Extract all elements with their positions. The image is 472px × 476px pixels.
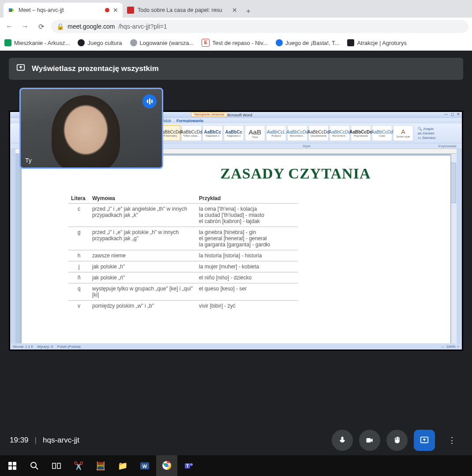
select-button[interactable]: ▭ Zaznacz xyxy=(418,136,435,140)
style-swatch[interactable]: AaBbCcDdUwydatnienie xyxy=(308,125,329,141)
ribbon-tab-active[interactable]: Formatowanie xyxy=(176,119,203,123)
zoom-in-icon[interactable]: + xyxy=(457,345,459,349)
cell-przyklad: el niño [nińo] - dziecko xyxy=(196,272,298,283)
app-word[interactable]: W xyxy=(134,455,155,476)
table-row: jjak polskie „h"la mujer [muher] - kobie… xyxy=(68,261,298,272)
bookmarks-bar: Mieszkanie - Arkusz... Juego cultura Log… xyxy=(0,35,472,51)
app-explorer[interactable]: 📁 xyxy=(112,455,133,476)
address-bar[interactable]: 🔒 meet.google.com/hqs-arvc-jjt?pli=1 xyxy=(51,20,468,33)
meet-app: Wyświetlasz prezentację wszystkim Ty Nar… xyxy=(0,51,472,455)
bookmark[interactable]: Juego de ¡Basta!, T... xyxy=(276,39,340,46)
reload-button[interactable]: ⟳ xyxy=(35,21,47,32)
browser-tabstrip: Meet – hqs-arvc-jjt ✕ Todo sobre La casa… xyxy=(0,0,472,18)
change-styles-button[interactable]: AZmień style xyxy=(393,125,413,141)
maximize-icon[interactable]: ◻ xyxy=(451,112,454,116)
cell-wymowa: jak polskie „h" xyxy=(90,261,196,272)
bookmark[interactable]: Mieszkanie - Arkusz... xyxy=(4,39,70,46)
bookmark[interactable]: Logowanie (warsza... xyxy=(130,39,194,46)
cell-wymowa: pomiędzy polskim „w" i „b" xyxy=(90,301,196,312)
zoom-level: 160% xyxy=(446,345,455,349)
replace-button[interactable]: ab Zamień xyxy=(418,131,435,135)
camera-button[interactable] xyxy=(359,430,380,451)
bookmark[interactable]: Juego cultura xyxy=(78,39,122,46)
close-tab-icon[interactable]: ✕ xyxy=(232,7,237,14)
tab-title: Meet – hqs-arvc-jjt xyxy=(19,7,101,13)
style-swatch[interactable]: AaBbCcNagłówek 1 xyxy=(202,125,223,141)
tab-meet[interactable]: Meet – hqs-arvc-jjt ✕ xyxy=(4,3,123,18)
close-tab-icon[interactable]: ✕ xyxy=(113,7,118,14)
svg-rect-2 xyxy=(9,10,11,12)
meet-icon xyxy=(8,7,15,14)
word-count[interactable]: Wyrazy: 0 xyxy=(37,345,53,349)
scrollbar-thumb[interactable] xyxy=(451,163,456,203)
group-editing: Edytowanie xyxy=(438,144,457,148)
more-options-button[interactable]: ⋮ xyxy=(441,430,462,451)
svg-point-10 xyxy=(31,462,36,468)
style-swatch[interactable]: AaBTytuł xyxy=(245,125,265,141)
cell-letter: q xyxy=(68,283,90,301)
style-swatch[interactable]: AaBbCcDd¶ Bez odstę... xyxy=(181,125,202,141)
language[interactable]: Polski (Polska) xyxy=(57,345,81,349)
col-przyklad: Przykład xyxy=(196,193,298,204)
app-calculator[interactable]: 🧮 xyxy=(90,455,111,476)
table-row: gprzed „i" i „e" jak polskie „h" w innyc… xyxy=(68,227,298,250)
vertical-scrollbar[interactable] xyxy=(451,154,457,347)
start-button[interactable] xyxy=(2,455,23,476)
cell-wymowa: występuje tylko w grupach „que" [ke] i „… xyxy=(90,283,196,301)
raise-hand-button[interactable] xyxy=(386,430,408,451)
page-count[interactable]: Strona: 1 z 9 xyxy=(13,345,33,349)
back-button[interactable]: ← xyxy=(4,21,15,32)
cell-letter: h xyxy=(68,250,90,261)
browser-toolbar: ← → ⟳ 🔒 meet.google.com/hqs-arvc-jjt?pli… xyxy=(0,18,472,35)
style-swatch[interactable]: AaBbCcDdWyróżnieni... xyxy=(287,125,307,141)
present-button[interactable] xyxy=(414,430,435,451)
forward-button[interactable]: → xyxy=(19,21,31,32)
banner-text: Wyświetlasz prezentację wszystkim xyxy=(32,64,159,73)
cell-letter: ñ xyxy=(68,272,90,283)
cell-wymowa: jak polskie „ń" xyxy=(90,272,196,283)
style-swatch[interactable]: AaBbCcDdWyróżnieni... xyxy=(330,125,350,141)
cell-przyklad: la cena ['th'ena] - kolacjala ciudad ['t… xyxy=(196,204,298,227)
self-label: Ty xyxy=(25,157,32,164)
svg-rect-6 xyxy=(8,462,12,465)
search-button[interactable] xyxy=(24,455,45,476)
bookmark[interactable]: ETest de repaso - Niv... xyxy=(202,39,267,47)
task-view-button[interactable] xyxy=(46,455,67,476)
windows-taskbar: ✂️ 🧮 📁 W T xyxy=(0,455,472,476)
style-swatch[interactable]: AaBbCcNagłówek 2 xyxy=(224,125,244,141)
style-swatch[interactable]: AaBbCcLPodtytuł xyxy=(266,125,286,141)
svg-text:W: W xyxy=(142,464,147,469)
bookmark-icon xyxy=(4,39,11,46)
meet-bottom-bar: 19:39 | hqs-arvc-jjt ⋮ xyxy=(0,425,472,455)
zoom-out-icon[interactable]: — xyxy=(441,345,445,349)
table-row: vpomiędzy polskim „w" i „b"vivir [bibir]… xyxy=(68,301,298,312)
contextual-tab: Narzędzia obrazów xyxy=(191,112,227,117)
microphone-button[interactable] xyxy=(332,430,353,451)
cell-wymowa: zawsze nieme xyxy=(90,250,196,261)
style-swatch[interactable]: AaBbCcDdCytat xyxy=(372,125,392,141)
app-snip[interactable]: ✂️ xyxy=(68,455,89,476)
new-tab-button[interactable]: ＋ xyxy=(242,4,255,18)
svg-point-19 xyxy=(190,463,193,466)
group-style: Style xyxy=(303,144,311,148)
self-view-tile[interactable]: Ty xyxy=(19,88,163,169)
cell-wymowa: przed „i" i „e" jak polskie „h" w innych… xyxy=(90,227,196,250)
recording-icon xyxy=(105,8,109,12)
tab-other[interactable]: Todo sobre La casa de papel: resu ✕ xyxy=(123,3,242,18)
table-row: ñjak polskie „ń"el niño [nińo] - dziecko xyxy=(68,272,298,283)
separator: | xyxy=(35,436,37,445)
lock-icon: 🔒 xyxy=(56,23,64,30)
close-icon[interactable]: ✕ xyxy=(457,112,460,116)
cell-przyklad: la ginebra [hinebra] - ginel general [he… xyxy=(196,227,298,250)
style-swatch[interactable]: AaBbCcDcPogrubienie xyxy=(351,125,371,141)
app-chrome[interactable] xyxy=(156,455,177,476)
bookmark-icon xyxy=(276,39,283,46)
bookmark[interactable]: Atrakcje | Agroturys xyxy=(347,39,406,46)
minimize-icon[interactable]: — xyxy=(444,112,448,116)
app-teams[interactable]: T xyxy=(178,455,199,476)
stage: Ty Narzędzia obrazów 1 - Microsoft Word … xyxy=(0,80,472,425)
svg-rect-8 xyxy=(8,466,12,470)
cell-letter: j xyxy=(68,261,90,272)
find-button[interactable]: 🔍 Znajdź xyxy=(418,127,435,131)
window-buttons[interactable]: —◻✕ xyxy=(444,112,460,116)
